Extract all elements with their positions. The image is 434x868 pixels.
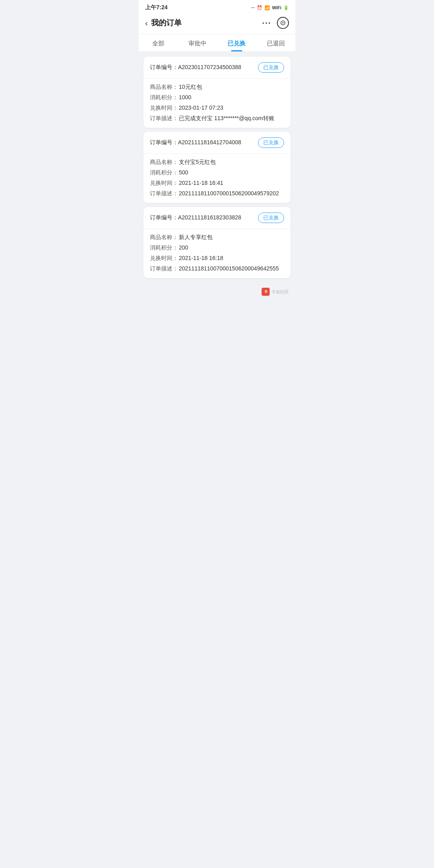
order-body-3: 商品名称： 新人专享红包 消耗积分： 200 兑换时间： 2021-11-18 … [143, 229, 291, 278]
watermark: 卡 卡农社区 [139, 283, 295, 299]
order-card-2: 订单编号：A2021111816412704008 已兑换 商品名称： 支付宝5… [143, 132, 291, 203]
order-status-badge-3[interactable]: 已兑换 [258, 213, 284, 223]
tab-returned[interactable]: 已退回 [256, 34, 296, 51]
order-id-1: 订单编号：A2023011707234500388 [150, 64, 241, 71]
nav-right: ··· [262, 17, 289, 29]
watermark-text: 卡农社区 [271, 289, 289, 295]
order-row-points-3: 消耗积分： 200 [150, 244, 284, 252]
order-row-time-2: 兑换时间： 2021-11-18 16:41 [150, 180, 284, 187]
watermark-icon: 卡 [262, 288, 270, 296]
order-row-points-1: 消耗积分： 1000 [150, 94, 284, 101]
signal-icon: ··· [251, 5, 255, 10]
order-row-desc-1: 订单描述： 已完成支付宝 113*******@qq.com转账 [150, 115, 284, 122]
order-header-2: 订单编号：A2021111816412704008 已兑换 [143, 132, 291, 154]
status-icons: ··· ⏰ 📶 WiFi 🔋 [251, 5, 289, 10]
order-row-time-1: 兑换时间： 2023-01-17 07:23 [150, 104, 284, 112]
scan-button[interactable] [277, 17, 289, 29]
order-row-product-1: 商品名称： 10元红包 [150, 84, 284, 91]
svg-point-1 [283, 23, 284, 24]
tab-redeemed[interactable]: 已兑换 [217, 34, 256, 51]
order-row-desc-3: 订单描述： 20211118110070001506200049642555 [150, 265, 284, 272]
order-id-3: 订单编号：A2021111816182303828 [150, 214, 241, 221]
page-title: 我的订单 [151, 18, 182, 28]
back-button[interactable]: ‹ [145, 18, 148, 28]
order-status-badge-2[interactable]: 已兑换 [258, 137, 284, 148]
alarm-icon: ⏰ [257, 5, 262, 10]
more-button[interactable]: ··· [262, 18, 271, 28]
order-card-3: 订单编号：A2021111816182303828 已兑换 商品名称： 新人专享… [143, 207, 291, 278]
wifi-icon: WiFi [272, 5, 281, 10]
orders-list: 订单编号：A2023011707234500388 已兑换 商品名称： 10元红… [139, 52, 295, 283]
nav-left: ‹ 我的订单 [145, 18, 182, 28]
battery-icon: 🔋 [283, 5, 289, 10]
network-icon: 📶 [264, 5, 270, 10]
order-body-1: 商品名称： 10元红包 消耗积分： 1000 兑换时间： 2023-01-17 … [143, 79, 291, 128]
order-row-desc-2: 订单描述： 20211118110070001506200049579202 [150, 190, 284, 197]
tab-all[interactable]: 全部 [139, 34, 178, 51]
nav-bar: ‹ 我的订单 ··· [139, 14, 295, 34]
order-id-2: 订单编号：A2021111816412704008 [150, 139, 241, 146]
status-bar: 上午7:24 ··· ⏰ 📶 WiFi 🔋 [139, 0, 295, 14]
tabs-bar: 全部 审批中 已兑换 已退回 [139, 34, 295, 52]
order-row-time-3: 兑换时间： 2021-11-18 16:18 [150, 255, 284, 262]
tab-pending[interactable]: 审批中 [178, 34, 217, 51]
order-row-points-2: 消耗积分： 500 [150, 169, 284, 176]
order-status-badge-1[interactable]: 已兑换 [258, 62, 284, 73]
order-card-1: 订单编号：A2023011707234500388 已兑换 商品名称： 10元红… [143, 57, 291, 128]
order-header-3: 订单编号：A2021111816182303828 已兑换 [143, 207, 291, 229]
order-header-1: 订单编号：A2023011707234500388 已兑换 [143, 57, 291, 79]
order-body-2: 商品名称： 支付宝5元红包 消耗积分： 500 兑换时间： 2021-11-18… [143, 154, 291, 203]
status-time: 上午7:24 [145, 4, 168, 11]
order-row-product-3: 商品名称： 新人专享红包 [150, 234, 284, 241]
order-row-product-2: 商品名称： 支付宝5元红包 [150, 159, 284, 166]
